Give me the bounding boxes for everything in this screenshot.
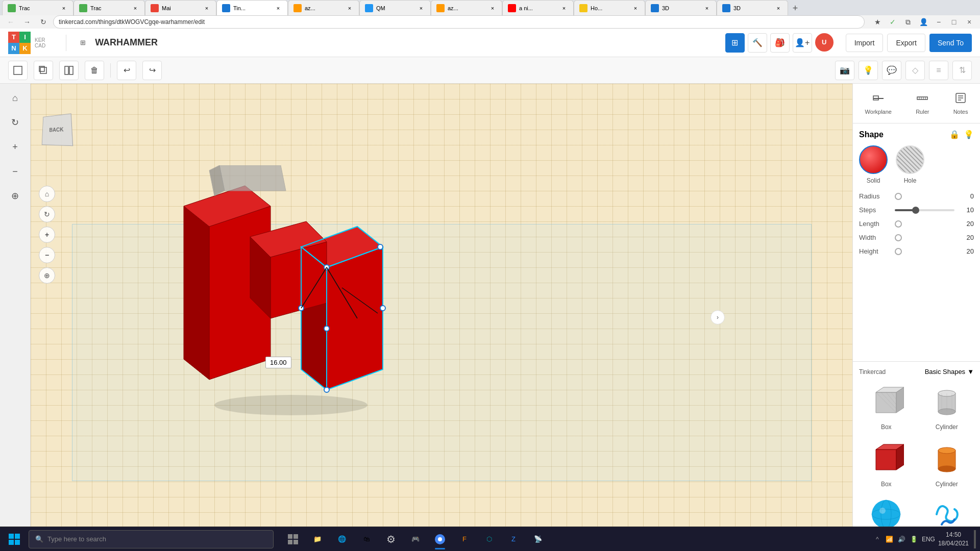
tray-network[interactable]: 📶 [885, 535, 894, 544]
taskbar-store[interactable]: 🛍 [355, 528, 378, 550]
tray-volume[interactable]: 🔊 [897, 535, 906, 544]
hole-option[interactable]: Hole [896, 145, 924, 184]
lightbulb-icon[interactable]: 💡 [964, 130, 974, 139]
extensions-button[interactable]: ⧉ [901, 15, 915, 29]
height-value[interactable]: 20 [959, 247, 974, 255]
refresh-button[interactable]: ↻ [37, 15, 50, 29]
tray-chevron[interactable]: ^ [873, 535, 882, 544]
fit-view-btn[interactable]: ⊕ [39, 267, 55, 284]
light-btn[interactable]: 💡 [859, 61, 878, 80]
shape-item-box-red[interactable]: Box [859, 437, 914, 488]
align-btn[interactable]: ≡ [929, 61, 948, 80]
new-shape-btn[interactable] [8, 61, 28, 80]
zoom-in-tool[interactable]: + [5, 137, 26, 157]
tab-2[interactable]: Trac × [74, 0, 145, 15]
logo[interactable]: T I N K KERCAD [8, 32, 45, 54]
shape-item-cylinder-orange[interactable]: Cylinder [920, 437, 974, 488]
tab-10[interactable]: 3D × [645, 0, 717, 15]
taskbar-edge[interactable]: 🌐 [331, 528, 353, 550]
orbit-view-btn[interactable]: ↻ [39, 206, 55, 222]
pan-tool[interactable]: ⊕ [5, 186, 26, 206]
address-bar[interactable]: tinkercad.com/things/dtkWOGVCgqe-warhamm… [53, 15, 865, 29]
lock-icon[interactable]: 🔒 [949, 130, 960, 139]
radius-value[interactable]: 0 [959, 192, 974, 200]
undo-btn[interactable]: ↩ [117, 61, 136, 80]
taskbar-teamspeak[interactable]: 🎮 [404, 528, 427, 550]
ruler-tool[interactable]: Ruler [910, 88, 935, 119]
tab-3[interactable]: Mai × [145, 0, 216, 15]
length-radio[interactable] [895, 220, 902, 228]
library-dropdown[interactable]: Basic Shapes ▼ [925, 368, 974, 375]
import-button[interactable]: Import [846, 34, 884, 52]
back-button[interactable]: ← [4, 15, 17, 29]
taskbar-file-explorer[interactable]: 📁 [306, 528, 329, 550]
shape-item-cylinder-grey[interactable]: Cylinder [920, 380, 974, 431]
zoom-out-tool[interactable]: − [5, 161, 26, 182]
user-avatar[interactable]: U [815, 33, 834, 52]
tab-1[interactable]: Trac × [2, 0, 74, 15]
sendto-button[interactable]: Send To [929, 34, 972, 52]
show-desktop-btn[interactable] [974, 530, 976, 548]
width-value[interactable]: 20 [959, 234, 974, 241]
tab-11[interactable]: 3D × [717, 0, 788, 15]
shape-lib-btn[interactable]: ◇ [905, 61, 925, 80]
taskbar-unknown[interactable]: 📡 [527, 528, 549, 550]
tab-9[interactable]: Ho... × [574, 0, 645, 15]
tab-6[interactable]: QM × [359, 0, 431, 15]
delete-btn[interactable]: 🗑 [85, 61, 104, 80]
steps-slider[interactable] [895, 209, 954, 211]
flip-btn[interactable]: ⇅ [952, 61, 972, 80]
home-tool[interactable]: ⌂ [5, 88, 26, 108]
tray-battery[interactable]: 🔋 [910, 535, 919, 544]
community-btn[interactable]: 🎒 [770, 33, 790, 53]
tab-7[interactable]: az... × [431, 0, 502, 15]
viewport-toggle-btn[interactable]: ⊞ [725, 33, 745, 53]
view-cube-face[interactable]: BACK [42, 113, 74, 146]
width-radio[interactable] [895, 234, 902, 241]
orbit-tool[interactable]: ↻ [5, 112, 26, 133]
tab-8[interactable]: a ni... × [502, 0, 574, 15]
taskbar-arduino[interactable]: ⬡ [478, 528, 500, 550]
taskbar-chrome[interactable] [429, 528, 451, 550]
home-view-btn[interactable]: ⌂ [39, 186, 55, 202]
height-radio[interactable] [895, 248, 902, 255]
tab-5[interactable]: az... × [288, 0, 359, 15]
grid-view-toggle[interactable]: ⊞ [75, 35, 91, 51]
bookmark-button[interactable]: ★ [871, 15, 884, 29]
taskbar-steam[interactable]: ⚙ [380, 528, 402, 550]
close-button[interactable]: × [963, 15, 976, 29]
notes-tool[interactable]: Notes [947, 88, 974, 119]
user-add-btn[interactable]: 👤+ [793, 33, 812, 53]
new-tab-button[interactable]: + [788, 1, 802, 15]
duplicate-btn[interactable] [34, 61, 53, 80]
export-button[interactable]: Export [887, 34, 925, 52]
speech-btn[interactable]: 💬 [882, 61, 901, 80]
maximize-button[interactable]: □ [947, 15, 961, 29]
solid-option[interactable]: Solid [859, 145, 888, 184]
taskbar-search-bar[interactable]: 🔍 Type here to search [29, 530, 274, 548]
extension-check[interactable]: ✓ [886, 15, 899, 29]
forward-button[interactable]: → [20, 15, 34, 29]
hammer-tool-btn[interactable]: 🔨 [748, 33, 767, 53]
camera-btn[interactable]: 📷 [835, 61, 854, 80]
tab-4-active[interactable]: Tin... × [216, 0, 288, 15]
redo-btn[interactable]: ↪ [142, 61, 162, 80]
view-cube[interactable]: BACK [41, 114, 82, 155]
workplane-tool[interactable]: Workplane [859, 88, 898, 119]
mirror-btn[interactable] [59, 61, 79, 80]
shape-item-box-grey[interactable]: Box [859, 380, 914, 431]
length-value[interactable]: 20 [959, 220, 974, 228]
profile-button[interactable]: 👤 [917, 15, 930, 29]
3d-viewport[interactable]: 16.00 BACK ⌂ ↻ + − ⊕ Edit Grid Snap Grid [31, 84, 852, 551]
tab-close-btn[interactable]: × [274, 4, 282, 12]
start-button[interactable] [4, 529, 24, 549]
steps-value[interactable]: 10 [959, 206, 974, 214]
zoom-out-view-btn[interactable]: − [39, 247, 55, 263]
taskbar-fusion360[interactable]: F [453, 528, 476, 550]
panel-scroll-right[interactable]: › [710, 310, 725, 324]
radius-radio[interactable] [895, 193, 902, 200]
minimize-button[interactable]: − [932, 15, 945, 29]
taskbar-task-view[interactable] [282, 528, 304, 550]
zoom-in-view-btn[interactable]: + [39, 227, 55, 243]
taskbar-zoom[interactable]: Z [502, 528, 525, 550]
